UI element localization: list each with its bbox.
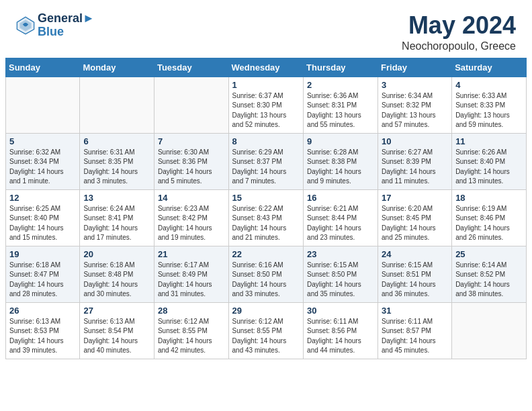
logo-icon (16, 16, 35, 35)
day-info: Sunrise: 6:28 AM Sunset: 8:38 PM Dayligh… (307, 148, 374, 187)
day-number: 21 (158, 249, 225, 259)
calendar-cell (154, 77, 228, 133)
day-info: Sunrise: 6:24 AM Sunset: 8:41 PM Dayligh… (83, 204, 150, 243)
calendar-cell: 28Sunrise: 6:12 AM Sunset: 8:55 PM Dayli… (154, 302, 228, 359)
day-number: 13 (83, 193, 150, 203)
calendar-cell: 3Sunrise: 6:34 AM Sunset: 8:32 PM Daylig… (378, 77, 452, 133)
calendar-cell: 27Sunrise: 6:13 AM Sunset: 8:54 PM Dayli… (80, 302, 154, 359)
day-info: Sunrise: 6:22 AM Sunset: 8:43 PM Dayligh… (232, 204, 300, 243)
day-info: Sunrise: 6:12 AM Sunset: 8:55 PM Dayligh… (158, 317, 225, 356)
day-info: Sunrise: 6:13 AM Sunset: 8:53 PM Dayligh… (9, 317, 76, 356)
calendar-cell: 30Sunrise: 6:11 AM Sunset: 8:56 PM Dayli… (304, 302, 378, 359)
day-number: 19 (9, 249, 76, 259)
calendar-cell (80, 77, 154, 133)
day-info: Sunrise: 6:26 AM Sunset: 8:40 PM Dayligh… (455, 148, 523, 187)
week-row-4: 19Sunrise: 6:18 AM Sunset: 8:47 PM Dayli… (6, 246, 527, 302)
calendar-cell: 22Sunrise: 6:16 AM Sunset: 8:50 PM Dayli… (228, 246, 304, 302)
day-number: 8 (232, 136, 300, 146)
day-info: Sunrise: 6:17 AM Sunset: 8:49 PM Dayligh… (158, 261, 225, 300)
day-number: 18 (455, 193, 523, 203)
day-info: Sunrise: 6:12 AM Sunset: 8:55 PM Dayligh… (232, 317, 300, 356)
day-info: Sunrise: 6:36 AM Sunset: 8:31 PM Dayligh… (307, 91, 374, 130)
location-title: Neochoropoulo, Greece (402, 40, 516, 52)
calendar-cell: 5Sunrise: 6:32 AM Sunset: 8:34 PM Daylig… (6, 133, 80, 189)
calendar-cell: 14Sunrise: 6:23 AM Sunset: 8:42 PM Dayli… (154, 189, 228, 246)
week-row-5: 26Sunrise: 6:13 AM Sunset: 8:53 PM Dayli… (6, 302, 527, 359)
col-wednesday: Wednesday (228, 58, 304, 77)
day-number: 12 (9, 193, 76, 203)
calendar-cell: 2Sunrise: 6:36 AM Sunset: 8:31 PM Daylig… (304, 77, 378, 133)
calendar-cell: 16Sunrise: 6:21 AM Sunset: 8:44 PM Dayli… (304, 189, 378, 246)
day-number: 7 (158, 136, 225, 146)
calendar-cell: 4Sunrise: 6:33 AM Sunset: 8:33 PM Daylig… (452, 77, 527, 133)
day-info: Sunrise: 6:11 AM Sunset: 8:56 PM Dayligh… (307, 317, 374, 356)
calendar-cell: 7Sunrise: 6:30 AM Sunset: 8:36 PM Daylig… (154, 133, 228, 189)
day-number: 30 (307, 306, 374, 316)
calendar-cell: 10Sunrise: 6:27 AM Sunset: 8:39 PM Dayli… (378, 133, 452, 189)
calendar-cell: 26Sunrise: 6:13 AM Sunset: 8:53 PM Dayli… (6, 302, 80, 359)
calendar-cell: 1Sunrise: 6:37 AM Sunset: 8:30 PM Daylig… (228, 77, 304, 133)
calendar-cell: 18Sunrise: 6:19 AM Sunset: 8:46 PM Dayli… (452, 189, 527, 246)
day-info: Sunrise: 6:25 AM Sunset: 8:40 PM Dayligh… (9, 204, 76, 243)
day-number: 31 (382, 306, 448, 316)
day-number: 26 (9, 306, 76, 316)
calendar-cell: 11Sunrise: 6:26 AM Sunset: 8:40 PM Dayli… (452, 133, 527, 189)
col-monday: Monday (80, 58, 154, 77)
calendar-cell: 21Sunrise: 6:17 AM Sunset: 8:49 PM Dayli… (154, 246, 228, 302)
calendar-cell (6, 77, 80, 133)
day-number: 28 (158, 306, 225, 316)
col-thursday: Thursday (304, 58, 378, 77)
day-info: Sunrise: 6:18 AM Sunset: 8:48 PM Dayligh… (83, 261, 150, 300)
day-info: Sunrise: 6:33 AM Sunset: 8:33 PM Dayligh… (455, 91, 523, 130)
day-number: 24 (382, 249, 448, 259)
calendar-cell: 25Sunrise: 6:14 AM Sunset: 8:52 PM Dayli… (452, 246, 527, 302)
calendar-cell: 17Sunrise: 6:20 AM Sunset: 8:45 PM Dayli… (378, 189, 452, 246)
calendar-table: Sunday Monday Tuesday Wednesday Thursday… (5, 58, 527, 359)
calendar-container: Sunday Monday Tuesday Wednesday Thursday… (0, 58, 532, 365)
logo-line1: General► (38, 12, 95, 26)
day-info: Sunrise: 6:11 AM Sunset: 8:57 PM Dayligh… (382, 317, 448, 356)
day-info: Sunrise: 6:34 AM Sunset: 8:32 PM Dayligh… (382, 91, 448, 130)
calendar-cell: 13Sunrise: 6:24 AM Sunset: 8:41 PM Dayli… (80, 189, 154, 246)
day-info: Sunrise: 6:32 AM Sunset: 8:34 PM Dayligh… (9, 148, 76, 187)
day-number: 9 (307, 136, 374, 146)
col-saturday: Saturday (452, 58, 527, 77)
day-number: 6 (83, 136, 150, 146)
page-container: General► Blue May 2024 Neochoropoulo, Gr… (0, 0, 532, 365)
logo-text: General► Blue (38, 12, 95, 39)
day-number: 20 (83, 249, 150, 259)
calendar-cell: 31Sunrise: 6:11 AM Sunset: 8:57 PM Dayli… (378, 302, 452, 359)
day-info: Sunrise: 6:15 AM Sunset: 8:50 PM Dayligh… (307, 261, 374, 300)
calendar-cell: 15Sunrise: 6:22 AM Sunset: 8:43 PM Dayli… (228, 189, 304, 246)
day-info: Sunrise: 6:21 AM Sunset: 8:44 PM Dayligh… (307, 204, 374, 243)
month-title: May 2024 (402, 12, 516, 39)
day-info: Sunrise: 6:29 AM Sunset: 8:37 PM Dayligh… (232, 148, 300, 187)
day-number: 15 (232, 193, 300, 203)
day-number: 17 (382, 193, 448, 203)
day-number: 16 (307, 193, 374, 203)
day-info: Sunrise: 6:14 AM Sunset: 8:52 PM Dayligh… (455, 261, 523, 300)
calendar-cell: 19Sunrise: 6:18 AM Sunset: 8:47 PM Dayli… (6, 246, 80, 302)
logo: General► Blue (16, 12, 95, 39)
day-info: Sunrise: 6:15 AM Sunset: 8:51 PM Dayligh… (382, 261, 448, 300)
day-info: Sunrise: 6:23 AM Sunset: 8:42 PM Dayligh… (158, 204, 225, 243)
day-number: 14 (158, 193, 225, 203)
calendar-cell: 8Sunrise: 6:29 AM Sunset: 8:37 PM Daylig… (228, 133, 304, 189)
day-info: Sunrise: 6:13 AM Sunset: 8:54 PM Dayligh… (83, 317, 150, 356)
day-number: 11 (455, 136, 523, 146)
day-number: 29 (232, 306, 300, 316)
day-info: Sunrise: 6:18 AM Sunset: 8:47 PM Dayligh… (9, 261, 76, 300)
day-number: 22 (232, 249, 300, 259)
day-info: Sunrise: 6:31 AM Sunset: 8:35 PM Dayligh… (83, 148, 150, 187)
calendar-cell: 20Sunrise: 6:18 AM Sunset: 8:48 PM Dayli… (80, 246, 154, 302)
day-number: 23 (307, 249, 374, 259)
day-info: Sunrise: 6:16 AM Sunset: 8:50 PM Dayligh… (232, 261, 300, 300)
col-tuesday: Tuesday (154, 58, 228, 77)
day-info: Sunrise: 6:27 AM Sunset: 8:39 PM Dayligh… (382, 148, 448, 187)
day-number: 2 (307, 80, 374, 90)
col-sunday: Sunday (6, 58, 80, 77)
day-number: 27 (83, 306, 150, 316)
week-row-2: 5Sunrise: 6:32 AM Sunset: 8:34 PM Daylig… (6, 133, 527, 189)
day-number: 3 (382, 80, 448, 90)
calendar-cell: 24Sunrise: 6:15 AM Sunset: 8:51 PM Dayli… (378, 246, 452, 302)
